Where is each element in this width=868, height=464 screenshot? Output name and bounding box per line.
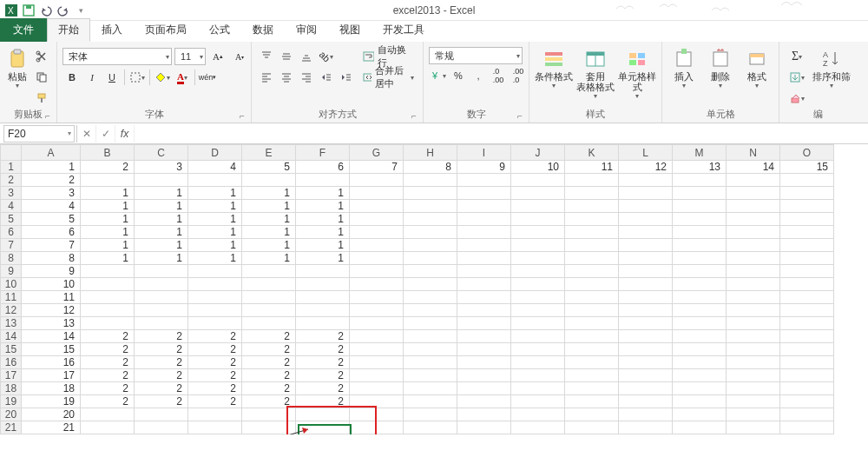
name-box[interactable]: F20▾ [3,125,75,143]
cell-L8[interactable] [619,252,673,265]
cell-C15[interactable]: 2 [135,343,188,356]
increase-font-button[interactable]: A▴ [208,47,227,66]
insert-cells-button[interactable]: 插入▾ [667,47,700,104]
cell-E15[interactable]: 2 [242,343,296,356]
cell-I17[interactable] [457,369,511,382]
cell-A12[interactable]: 12 [22,304,81,317]
enter-formula-button[interactable]: ✓ [96,125,115,143]
cell-E3[interactable]: 1 [242,187,296,200]
cell-D2[interactable] [188,174,242,187]
cell-J13[interactable] [511,317,565,330]
row-header-20[interactable]: 20 [1,408,22,421]
cell-H17[interactable] [404,369,457,382]
cell-N9[interactable] [727,265,780,278]
cell-O18[interactable] [780,382,834,395]
cell-C6[interactable]: 1 [135,226,188,239]
cell-C7[interactable]: 1 [135,239,188,252]
cell-E17[interactable]: 2 [242,369,296,382]
cell-C4[interactable]: 1 [135,200,188,213]
cell-H10[interactable] [404,278,457,291]
cell-J9[interactable] [511,265,565,278]
cell-N18[interactable] [727,382,780,395]
font-name-combo[interactable]: 宋体▾ [62,48,172,65]
cell-B19[interactable]: 2 [81,395,135,408]
cell-F4[interactable]: 1 [296,200,350,213]
cell-N5[interactable] [727,213,780,226]
tab-developer[interactable]: 开发工具 [372,18,436,42]
cell-B3[interactable]: 1 [81,187,135,200]
row-header-3[interactable]: 3 [1,187,22,200]
cell-M4[interactable] [673,200,727,213]
cell-H6[interactable] [404,226,457,239]
cell-O4[interactable] [780,200,834,213]
cell-J2[interactable] [511,174,565,187]
qat-customize-icon[interactable]: ▾ [73,3,89,18]
column-header-G[interactable]: G [350,145,404,161]
cell-M20[interactable] [673,408,727,421]
cell-K3[interactable] [565,187,619,200]
cell-O17[interactable] [780,369,834,382]
cell-N20[interactable] [727,408,780,421]
cell-K14[interactable] [565,330,619,343]
row-header-5[interactable]: 5 [1,213,22,226]
cell-M5[interactable] [673,213,727,226]
cell-O9[interactable] [780,265,834,278]
cell-I3[interactable] [457,187,511,200]
align-bottom-button[interactable] [297,47,316,66]
cell-O2[interactable] [780,174,834,187]
cell-C2[interactable] [135,174,188,187]
cell-A19[interactable]: 19 [22,395,81,408]
cell-D6[interactable]: 1 [188,226,242,239]
sort-filter-button[interactable]: AZ排序和筛▾ [812,47,851,104]
cell-A9[interactable]: 9 [22,265,81,278]
cell-G3[interactable] [350,187,404,200]
cell-A21[interactable]: 21 [22,421,81,434]
cell-B10[interactable] [81,278,135,291]
cell-F1[interactable]: 6 [296,161,350,174]
align-middle-button[interactable] [277,47,296,66]
cell-B13[interactable] [81,317,135,330]
cell-K8[interactable] [565,252,619,265]
cell-M9[interactable] [673,265,727,278]
increase-indent-button[interactable] [337,68,356,87]
cell-L1[interactable]: 12 [619,161,673,174]
column-header-C[interactable]: C [135,145,188,161]
cell-B9[interactable] [81,265,135,278]
cell-L19[interactable] [619,395,673,408]
cell-H14[interactable] [404,330,457,343]
cell-I7[interactable] [457,239,511,252]
cell-D17[interactable]: 2 [188,369,242,382]
column-header-M[interactable]: M [673,145,727,161]
cell-J21[interactable] [511,421,565,434]
cell-H1[interactable]: 8 [404,161,457,174]
cell-H4[interactable] [404,200,457,213]
cell-M12[interactable] [673,304,727,317]
cell-N14[interactable] [727,330,780,343]
cell-I19[interactable] [457,395,511,408]
cell-M13[interactable] [673,317,727,330]
cell-E11[interactable] [242,291,296,304]
delete-cells-button[interactable]: 删除▾ [704,47,737,104]
cell-O11[interactable] [780,291,834,304]
cell-G11[interactable] [350,291,404,304]
cell-B7[interactable]: 1 [81,239,135,252]
cell-J11[interactable] [511,291,565,304]
cell-L18[interactable] [619,382,673,395]
cell-J10[interactable] [511,278,565,291]
cell-O5[interactable] [780,213,834,226]
row-header-16[interactable]: 16 [1,356,22,369]
undo-icon[interactable] [38,3,54,18]
cell-M18[interactable] [673,382,727,395]
cell-K19[interactable] [565,395,619,408]
cell-C10[interactable] [135,278,188,291]
cell-M6[interactable] [673,226,727,239]
cell-M19[interactable] [673,395,727,408]
cell-F18[interactable]: 2 [296,382,350,395]
cell-H20[interactable] [404,408,457,421]
underline-button[interactable]: U [102,68,122,87]
cell-G14[interactable] [350,330,404,343]
row-header-19[interactable]: 19 [1,395,22,408]
cell-E18[interactable]: 2 [242,382,296,395]
cell-A18[interactable]: 18 [22,382,81,395]
cell-J5[interactable] [511,213,565,226]
